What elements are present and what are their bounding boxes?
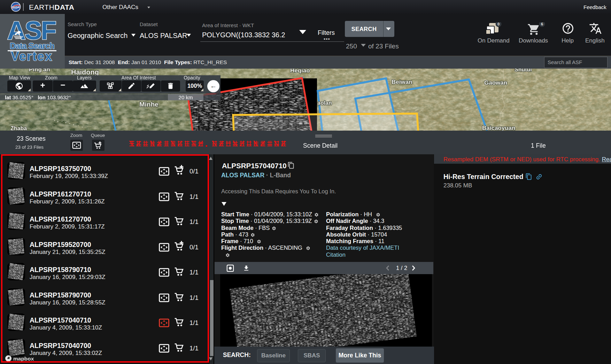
svg-text:Ping'an: Ping'an bbox=[29, 69, 50, 73]
svg-text:aolan: aolan bbox=[317, 100, 332, 106]
svg-text:Beiwan: Beiwan bbox=[392, 79, 412, 85]
svg-text:NASA: NASA bbox=[12, 6, 20, 9]
svg-text:6: 6 bbox=[541, 22, 543, 26]
svg-text:0: 0 bbox=[497, 22, 500, 26]
svg-text:Zhaba: Zhaba bbox=[10, 125, 27, 131]
svg-text:Gaowan: Gaowan bbox=[484, 79, 507, 86]
svg-text:Minhe: Minhe bbox=[139, 101, 158, 108]
svg-text:ASF: ASF bbox=[7, 16, 56, 45]
svg-text:Heqiao: Heqiao bbox=[290, 69, 310, 74]
svg-text:Shutul: Shutul bbox=[515, 69, 532, 72]
svg-text:Baicaoyuan: Baicaoyuan bbox=[482, 125, 515, 131]
svg-text:Vertex: Vertex bbox=[11, 49, 53, 63]
